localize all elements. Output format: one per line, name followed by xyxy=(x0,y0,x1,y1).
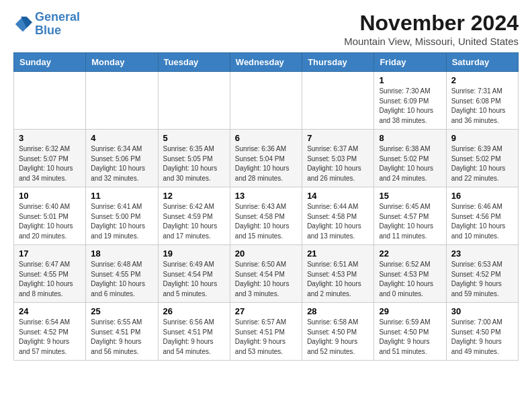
calendar-cell: 15Sunrise: 6:45 AM Sunset: 4:57 PM Dayli… xyxy=(374,187,446,245)
header-friday: Friday xyxy=(374,53,446,72)
calendar-cell xyxy=(14,72,86,130)
day-info: Sunrise: 6:34 AM Sunset: 5:06 PM Dayligh… xyxy=(91,144,152,183)
day-number: 2 xyxy=(451,75,513,85)
calendar-cell: 28Sunrise: 6:58 AM Sunset: 4:50 PM Dayli… xyxy=(302,303,374,361)
calendar-cell: 14Sunrise: 6:44 AM Sunset: 4:58 PM Dayli… xyxy=(302,187,374,245)
calendar-cell xyxy=(158,72,230,130)
day-info: Sunrise: 6:46 AM Sunset: 4:56 PM Dayligh… xyxy=(451,202,513,241)
day-number: 7 xyxy=(307,133,369,143)
day-number: 27 xyxy=(235,306,297,316)
day-number: 24 xyxy=(19,306,81,316)
calendar-cell: 8Sunrise: 6:38 AM Sunset: 5:02 PM Daylig… xyxy=(374,130,446,187)
calendar-cell xyxy=(302,72,374,130)
day-number: 9 xyxy=(451,133,513,143)
day-number: 28 xyxy=(307,306,369,316)
calendar-cell: 13Sunrise: 6:43 AM Sunset: 4:58 PM Dayli… xyxy=(230,187,302,245)
day-info: Sunrise: 7:31 AM Sunset: 6:08 PM Dayligh… xyxy=(451,87,513,126)
day-number: 14 xyxy=(307,191,369,201)
day-number: 1 xyxy=(379,75,441,85)
day-info: Sunrise: 6:36 AM Sunset: 5:04 PM Dayligh… xyxy=(235,144,297,183)
day-info: Sunrise: 6:57 AM Sunset: 4:51 PM Dayligh… xyxy=(235,318,297,357)
day-number: 26 xyxy=(163,306,225,316)
week-row-0: 1Sunrise: 7:30 AM Sunset: 6:09 PM Daylig… xyxy=(14,72,519,130)
day-info: Sunrise: 6:39 AM Sunset: 5:02 PM Dayligh… xyxy=(451,144,513,183)
day-number: 23 xyxy=(451,248,513,259)
day-info: Sunrise: 7:00 AM Sunset: 4:50 PM Dayligh… xyxy=(451,318,513,357)
day-number: 3 xyxy=(19,133,81,143)
day-number: 25 xyxy=(91,306,152,316)
day-info: Sunrise: 6:42 AM Sunset: 4:59 PM Dayligh… xyxy=(163,202,225,241)
day-number: 19 xyxy=(163,248,225,259)
day-number: 21 xyxy=(307,248,369,259)
header-thursday: Thursday xyxy=(302,53,374,72)
calendar-cell: 12Sunrise: 6:42 AM Sunset: 4:59 PM Dayli… xyxy=(158,187,230,245)
day-number: 11 xyxy=(91,191,152,201)
calendar-cell: 4Sunrise: 6:34 AM Sunset: 5:06 PM Daylig… xyxy=(86,130,158,187)
location-title: Mountain View, Missouri, United States xyxy=(344,36,519,47)
calendar-cell: 23Sunrise: 6:53 AM Sunset: 4:52 PM Dayli… xyxy=(446,245,518,303)
day-info: Sunrise: 6:58 AM Sunset: 4:50 PM Dayligh… xyxy=(307,318,369,357)
day-number: 8 xyxy=(379,133,441,143)
calendar-cell: 19Sunrise: 6:49 AM Sunset: 4:54 PM Dayli… xyxy=(158,245,230,303)
day-number: 20 xyxy=(235,248,297,259)
day-info: Sunrise: 6:52 AM Sunset: 4:53 PM Dayligh… xyxy=(379,260,441,299)
week-row-4: 24Sunrise: 6:54 AM Sunset: 4:52 PM Dayli… xyxy=(14,303,519,361)
day-number: 13 xyxy=(235,191,297,201)
calendar-cell: 1Sunrise: 7:30 AM Sunset: 6:09 PM Daylig… xyxy=(374,72,446,130)
day-info: Sunrise: 6:55 AM Sunset: 4:51 PM Dayligh… xyxy=(91,318,152,357)
calendar-cell: 7Sunrise: 6:37 AM Sunset: 5:03 PM Daylig… xyxy=(302,130,374,187)
logo-text-line1: General xyxy=(35,11,80,24)
day-info: Sunrise: 6:59 AM Sunset: 4:50 PM Dayligh… xyxy=(379,318,441,357)
day-number: 16 xyxy=(451,191,513,201)
title-area: November 2024 Mountain View, Missouri, U… xyxy=(344,11,519,47)
page-header: General Blue November 2024 Mountain View… xyxy=(13,11,519,47)
day-number: 5 xyxy=(163,133,225,143)
day-number: 4 xyxy=(91,133,152,143)
calendar-cell: 26Sunrise: 6:56 AM Sunset: 4:51 PM Dayli… xyxy=(158,303,230,361)
logo-text-line2: Blue xyxy=(35,24,80,38)
day-number: 18 xyxy=(91,248,152,259)
day-info: Sunrise: 6:47 AM Sunset: 4:55 PM Dayligh… xyxy=(19,260,81,299)
header-sunday: Sunday xyxy=(14,53,86,72)
day-info: Sunrise: 6:38 AM Sunset: 5:02 PM Dayligh… xyxy=(379,144,441,183)
day-info: Sunrise: 6:56 AM Sunset: 4:51 PM Dayligh… xyxy=(163,318,225,357)
calendar-cell: 29Sunrise: 6:59 AM Sunset: 4:50 PM Dayli… xyxy=(374,303,446,361)
calendar-header-row: SundayMondayTuesdayWednesdayThursdayFrid… xyxy=(14,53,519,72)
day-info: Sunrise: 6:35 AM Sunset: 5:05 PM Dayligh… xyxy=(163,144,225,183)
calendar-cell: 20Sunrise: 6:50 AM Sunset: 4:54 PM Dayli… xyxy=(230,245,302,303)
day-number: 30 xyxy=(451,306,513,316)
week-row-2: 10Sunrise: 6:40 AM Sunset: 5:01 PM Dayli… xyxy=(14,187,519,245)
week-row-3: 17Sunrise: 6:47 AM Sunset: 4:55 PM Dayli… xyxy=(14,245,519,303)
calendar-cell: 24Sunrise: 6:54 AM Sunset: 4:52 PM Dayli… xyxy=(14,303,86,361)
calendar-cell: 9Sunrise: 6:39 AM Sunset: 5:02 PM Daylig… xyxy=(446,130,518,187)
calendar-cell: 16Sunrise: 6:46 AM Sunset: 4:56 PM Dayli… xyxy=(446,187,518,245)
logo: General Blue xyxy=(13,11,80,38)
day-number: 6 xyxy=(235,133,297,143)
calendar-cell: 22Sunrise: 6:52 AM Sunset: 4:53 PM Dayli… xyxy=(374,245,446,303)
header-tuesday: Tuesday xyxy=(158,53,230,72)
day-number: 15 xyxy=(379,191,441,201)
calendar-cell: 10Sunrise: 6:40 AM Sunset: 5:01 PM Dayli… xyxy=(14,187,86,245)
calendar-cell xyxy=(86,72,158,130)
day-info: Sunrise: 6:32 AM Sunset: 5:07 PM Dayligh… xyxy=(19,144,81,183)
day-info: Sunrise: 6:40 AM Sunset: 5:01 PM Dayligh… xyxy=(19,202,81,241)
day-info: Sunrise: 6:53 AM Sunset: 4:52 PM Dayligh… xyxy=(451,260,513,299)
calendar-cell xyxy=(230,72,302,130)
calendar-cell: 11Sunrise: 6:41 AM Sunset: 5:00 PM Dayli… xyxy=(86,187,158,245)
day-info: Sunrise: 6:50 AM Sunset: 4:54 PM Dayligh… xyxy=(235,260,297,299)
logo-icon xyxy=(13,15,32,34)
calendar-cell: 18Sunrise: 6:48 AM Sunset: 4:55 PM Dayli… xyxy=(86,245,158,303)
day-info: Sunrise: 6:41 AM Sunset: 5:00 PM Dayligh… xyxy=(91,202,152,241)
day-number: 10 xyxy=(19,191,81,201)
day-number: 12 xyxy=(163,191,225,201)
header-monday: Monday xyxy=(86,53,158,72)
day-info: Sunrise: 6:43 AM Sunset: 4:58 PM Dayligh… xyxy=(235,202,297,241)
day-info: Sunrise: 6:44 AM Sunset: 4:58 PM Dayligh… xyxy=(307,202,369,241)
calendar-table: SundayMondayTuesdayWednesdayThursdayFrid… xyxy=(13,52,519,361)
day-number: 29 xyxy=(379,306,441,316)
calendar-cell: 6Sunrise: 6:36 AM Sunset: 5:04 PM Daylig… xyxy=(230,130,302,187)
calendar-cell: 25Sunrise: 6:55 AM Sunset: 4:51 PM Dayli… xyxy=(86,303,158,361)
day-info: Sunrise: 6:37 AM Sunset: 5:03 PM Dayligh… xyxy=(307,144,369,183)
calendar-cell: 27Sunrise: 6:57 AM Sunset: 4:51 PM Dayli… xyxy=(230,303,302,361)
calendar-cell: 17Sunrise: 6:47 AM Sunset: 4:55 PM Dayli… xyxy=(14,245,86,303)
